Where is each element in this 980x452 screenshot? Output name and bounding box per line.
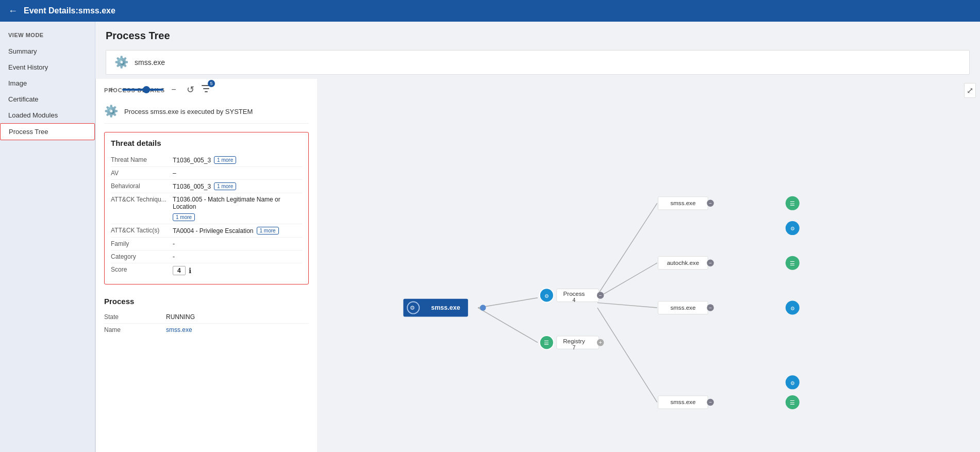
process-tree-svg: ⚙ smss.exe ⚙ Process 4 − ☰ Registry 7 <box>95 79 980 452</box>
filter-count: 5 <box>208 80 215 87</box>
svg-text:⚙: ⚙ <box>790 306 795 311</box>
content-area: Process Tree ⚙️ smss.exe + − ↺ 5 <box>95 22 980 452</box>
sidebar-item-image[interactable]: Image <box>0 75 95 91</box>
svg-text:smss.exe: smss.exe <box>670 399 695 405</box>
sidebar-item-certificate[interactable]: Certificate <box>0 91 95 107</box>
svg-text:⚙: ⚙ <box>790 226 795 231</box>
process-title-bar: ⚙️ smss.exe <box>106 50 970 75</box>
svg-text:☰: ☰ <box>790 200 795 207</box>
view-mode-label: VIEW MODE <box>0 28 95 43</box>
svg-text:−: − <box>709 399 712 405</box>
svg-line-0 <box>478 298 538 308</box>
svg-line-2 <box>597 203 657 295</box>
svg-text:−: − <box>709 200 712 206</box>
svg-text:7: 7 <box>573 344 576 350</box>
svg-text:4: 4 <box>573 297 576 303</box>
svg-text:Registry: Registry <box>563 338 585 344</box>
sidebar: VIEW MODE Summary Event History Image Ce… <box>0 22 95 452</box>
page-title: Process Tree <box>106 30 970 42</box>
process-gear-icon: ⚙️ <box>114 56 128 69</box>
svg-text:Process: Process <box>563 291 585 297</box>
svg-text:−: − <box>709 260 712 266</box>
zoom-slider[interactable] <box>122 89 163 91</box>
svg-text:☰: ☰ <box>790 399 795 406</box>
svg-text:⚙: ⚙ <box>790 380 795 386</box>
process-name-label: smss.exe <box>135 58 165 66</box>
back-button[interactable]: ← <box>8 6 18 16</box>
refresh-button[interactable]: ↺ <box>184 83 196 96</box>
svg-text:−: − <box>599 293 602 298</box>
main-layout: VIEW MODE Summary Event History Image Ce… <box>0 22 980 452</box>
svg-line-1 <box>478 308 538 343</box>
svg-text:autochk.exe: autochk.exe <box>667 260 699 266</box>
sidebar-item-loaded-modules[interactable]: Loaded Modules <box>0 107 95 123</box>
svg-line-5 <box>597 308 657 402</box>
svg-text:smss.exe: smss.exe <box>431 304 460 311</box>
sidebar-item-process-tree[interactable]: Process Tree <box>0 123 95 140</box>
svg-point-10 <box>480 305 486 311</box>
sidebar-item-event-history[interactable]: Event History <box>0 59 95 75</box>
svg-line-4 <box>597 303 657 308</box>
header-title: Event Details:smss.exe <box>24 6 115 15</box>
svg-text:⚙: ⚙ <box>544 293 549 299</box>
tree-toolbar: + − ↺ 5 <box>106 83 212 96</box>
svg-text:smss.exe: smss.exe <box>670 200 695 206</box>
svg-text:⚙: ⚙ <box>410 305 415 311</box>
zoom-out-button[interactable]: − <box>168 83 180 96</box>
filter-button[interactable]: 5 <box>201 83 212 96</box>
process-tree-header: Process Tree <box>95 22 980 46</box>
zoom-in-button[interactable]: + <box>106 83 118 96</box>
svg-text:+: + <box>599 339 602 345</box>
tree-area: + − ↺ 5 ⤢ <box>95 79 980 452</box>
svg-text:☰: ☰ <box>544 340 549 346</box>
svg-line-3 <box>597 263 657 298</box>
app-header: ← Event Details:smss.exe <box>0 0 980 22</box>
svg-text:−: − <box>709 305 712 311</box>
svg-text:☰: ☰ <box>790 260 795 266</box>
svg-text:smss.exe: smss.exe <box>670 305 695 311</box>
sidebar-item-summary[interactable]: Summary <box>0 43 95 59</box>
